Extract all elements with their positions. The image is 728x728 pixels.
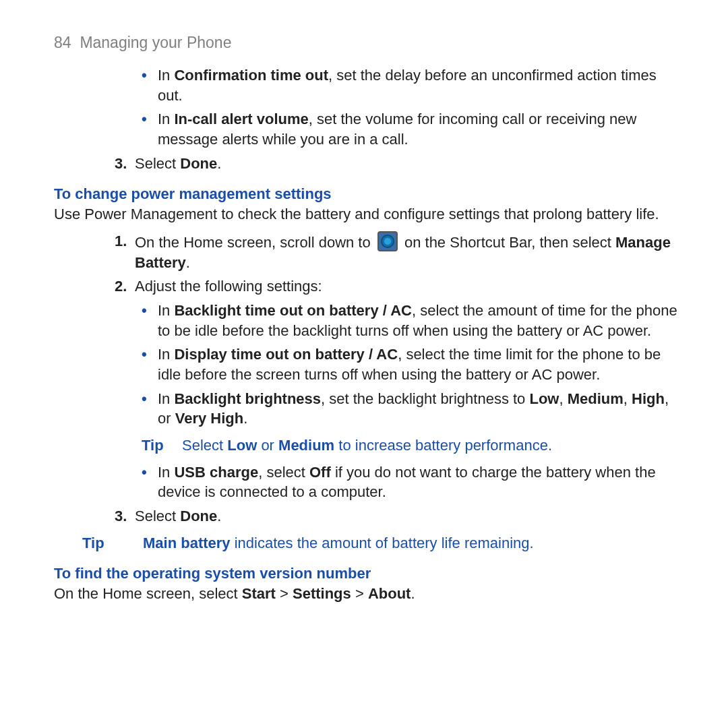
bullet-text: In Backlight time out on battery / AC, s…	[158, 301, 679, 340]
bullet-text: In USB charge, select Off if you do not …	[158, 462, 679, 502]
bullet-icon: •	[142, 109, 158, 149]
chapter-title: Managing your Phone	[80, 34, 231, 51]
section-heading: To change power management settings	[54, 184, 679, 204]
bullet-icon: •	[142, 344, 158, 384]
list-item: 3. Select Done.	[115, 506, 679, 526]
section-intro: Use Power Management to check the batter…	[54, 204, 679, 224]
list-item: • In Confirmation time out, set the dela…	[142, 65, 679, 105]
list-item: • In Backlight brightness, set the backl…	[142, 389, 679, 429]
running-header: 84 Managing your Phone	[54, 32, 679, 53]
bullet-icon: •	[142, 389, 158, 429]
step-number: 3.	[115, 154, 135, 174]
tip-label: Tip	[82, 533, 143, 553]
list-item: 2. Adjust the following settings:	[115, 276, 679, 297]
bullet-text: In Display time out on battery / AC, sel…	[158, 344, 679, 384]
power-bullets: • In Backlight time out on battery / AC,…	[142, 301, 679, 429]
tip-label: Tip	[142, 435, 182, 456]
list-item: • In Display time out on battery / AC, s…	[142, 344, 679, 384]
bullet-icon: •	[142, 65, 158, 105]
bullet-text: In Backlight brightness, set the backlig…	[158, 389, 679, 429]
step-text: Adjust the following settings:	[135, 276, 679, 297]
top-step-list: 3. Select Done.	[115, 154, 679, 174]
bullet-icon: •	[142, 462, 158, 502]
power-bullets-2: • In USB charge, select Off if you do no…	[142, 462, 679, 502]
step-text: Select Done.	[135, 154, 679, 174]
step-number: 3.	[115, 506, 135, 526]
section-heading: To find the operating system version num…	[54, 564, 679, 584]
tip-outer: Tip Main battery indicates the amount of…	[82, 533, 679, 553]
tip-text: Main battery indicates the amount of bat…	[143, 533, 679, 553]
list-item: 3. Select Done.	[115, 154, 679, 174]
settings-gear-icon	[377, 231, 398, 251]
bullet-text: In Confirmation time out, set the delay …	[158, 65, 679, 105]
document-page: 84 Managing your Phone • In Confirmation…	[0, 0, 728, 604]
step-text: On the Home screen, scroll down to on th…	[135, 231, 679, 272]
list-item: 1. On the Home screen, scroll down to on…	[115, 231, 679, 272]
bullet-icon: •	[142, 301, 158, 340]
tip-text: Select Low or Medium to increase battery…	[182, 435, 679, 456]
power-steps: 1. On the Home screen, scroll down to on…	[115, 231, 679, 297]
step-number: 1.	[115, 231, 135, 272]
step-text: Select Done.	[135, 506, 679, 526]
tip-inner: Tip Select Low or Medium to increase bat…	[142, 435, 679, 456]
section-text: On the Home screen, select Start > Setti…	[54, 584, 679, 604]
page-number: 84	[54, 34, 71, 51]
intro-bullets: • In Confirmation time out, set the dela…	[142, 65, 679, 150]
power-step-3: 3. Select Done.	[115, 506, 679, 526]
list-item: • In USB charge, select Off if you do no…	[142, 462, 679, 502]
list-item: • In In-call alert volume, set the volum…	[142, 109, 679, 149]
bullet-text: In In-call alert volume, set the volume …	[158, 109, 679, 149]
step-number: 2.	[115, 276, 135, 297]
list-item: • In Backlight time out on battery / AC,…	[142, 301, 679, 340]
